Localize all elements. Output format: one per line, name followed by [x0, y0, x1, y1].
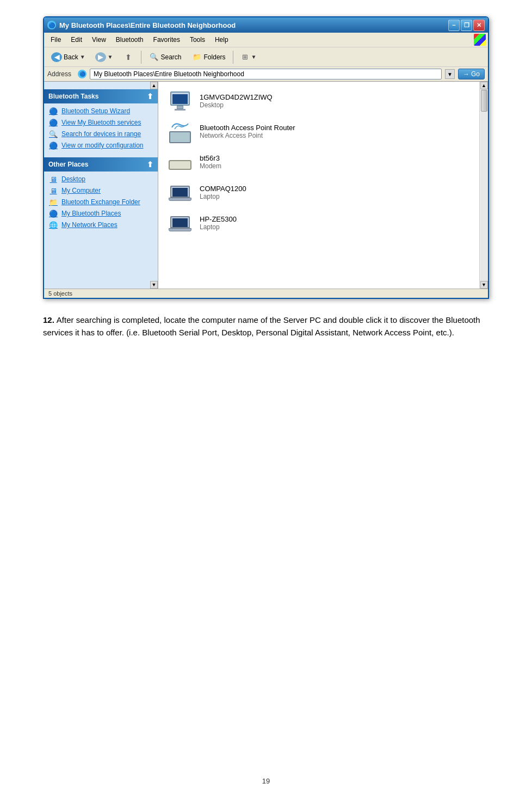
toolbar-separator-1 — [141, 51, 141, 64]
go-button[interactable]: → Go — [458, 69, 485, 79]
bt-exchange-icon: 📁 — [48, 198, 58, 206]
window-controls: − ❒ ✕ — [448, 20, 485, 31]
collapse-bt-icon[interactable]: ⬆ — [147, 92, 153, 101]
file-info-5: HP-ZE5300 Laptop — [200, 215, 237, 231]
back-label: Back — [64, 53, 78, 61]
menu-view[interactable]: View — [88, 35, 110, 45]
menu-edit[interactable]: Edit — [66, 35, 86, 45]
laptop-icon-2 — [167, 211, 193, 234]
sidebar-scroll-down[interactable]: ▼ — [150, 281, 158, 289]
sidebar-link-view-config[interactable]: 🔵 View or modify configuration — [48, 141, 153, 150]
search-devices-label: Search for devices in range — [61, 130, 141, 138]
forward-dropdown-icon[interactable]: ▼ — [108, 54, 113, 60]
sidebar-link-desktop[interactable]: 🖥 Desktop — [48, 175, 153, 183]
search-devices-icon: 🔍 — [48, 130, 58, 138]
file-name-3: bt56r3 — [200, 154, 221, 162]
menu-bluetooth[interactable]: Bluetooth — [112, 35, 148, 45]
close-button[interactable]: ✕ — [473, 20, 485, 31]
step-number: 12. — [43, 314, 54, 327]
body-text-content: After searching is completed, locate the… — [43, 315, 480, 337]
folders-icon: 📁 — [191, 52, 202, 62]
file-name-4: COMPAQ1200 — [200, 185, 246, 193]
other-places-section: Other Places ⬆ 🖥 Desktop 🖥 My Computer — [44, 157, 158, 232]
view-services-icon: 🔵 — [48, 118, 58, 127]
bluetooth-tasks-label: Bluetooth Tasks — [48, 93, 98, 100]
sidebar-link-setup-wizard[interactable]: 🔵 Bluetooth Setup Wizard — [48, 107, 153, 115]
other-places-label: Other Places — [48, 161, 88, 168]
main-scrollbar: ▲ ▼ — [479, 82, 488, 289]
views-dropdown-icon[interactable]: ▼ — [251, 54, 257, 60]
modem-icon — [167, 150, 193, 173]
body-text-paragraph: 12. After searching is completed, locate… — [43, 314, 489, 339]
restore-button[interactable]: ❒ — [461, 20, 472, 31]
view-config-icon: 🔵 — [48, 141, 58, 150]
menu-help[interactable]: Help — [211, 35, 233, 45]
search-label: Search — [161, 53, 182, 61]
file-name-1: 1GMVGD4D2W1ZIWQ — [200, 93, 273, 101]
sidebar-link-view-services[interactable]: 🔵 View My Bluetooth services — [48, 118, 153, 127]
title-bar-left: 🔵 My Bluetooth Places\Entire Bluetooth N… — [47, 21, 236, 29]
bluetooth-tasks-header[interactable]: Bluetooth Tasks ⬆ — [44, 89, 158, 103]
menu-tools[interactable]: Tools — [185, 35, 209, 45]
laptop-icon-1 — [167, 181, 193, 204]
file-info-4: COMPAQ1200 Laptop — [200, 185, 246, 200]
views-button[interactable]: ⊞ ▼ — [237, 49, 261, 65]
address-field[interactable]: My Bluetooth Places\Entire Bluetooth Nei… — [90, 69, 442, 79]
address-dropdown[interactable]: ▼ — [445, 69, 455, 79]
sidebar-link-network-places[interactable]: 🌐 My Network Places — [48, 221, 153, 229]
file-item-router[interactable]: Bluetooth Access Point Router Network Ac… — [163, 117, 475, 146]
sidebar-link-bt-exchange[interactable]: 📁 Bluetooth Exchange Folder — [48, 198, 153, 206]
file-item-desktop[interactable]: 1GMVGD4D2W1ZIWQ Desktop — [163, 86, 475, 115]
search-button[interactable]: 🔍 Search — [145, 50, 185, 64]
desktop-icon: 🖥 — [48, 175, 58, 183]
menu-file[interactable]: File — [46, 35, 65, 45]
window-title: My Bluetooth Places\Entire Bluetooth Nei… — [59, 21, 236, 29]
file-item-modem[interactable]: bt56r3 Modem — [163, 147, 475, 176]
router-icon — [167, 120, 193, 143]
sidebar-link-my-computer[interactable]: 🖥 My Computer — [48, 186, 153, 195]
bt-exchange-label: Bluetooth Exchange Folder — [61, 198, 140, 206]
folders-button[interactable]: 📁 Folders — [188, 50, 230, 64]
file-type-1: Desktop — [200, 101, 273, 109]
file-item-hp[interactable]: HP-ZE5300 Laptop — [163, 208, 475, 237]
scrollbar-thumb[interactable] — [481, 90, 487, 112]
file-name-2: Bluetooth Access Point Router — [200, 124, 295, 132]
back-icon: ◀ — [51, 52, 62, 62]
file-type-3: Modem — [200, 162, 221, 170]
search-icon: 🔍 — [149, 52, 159, 62]
up-button[interactable]: ⬆ — [119, 50, 138, 64]
menu-favorites[interactable]: Favorites — [149, 35, 184, 45]
file-info-1: 1GMVGD4D2W1ZIWQ Desktop — [200, 93, 273, 109]
view-config-label: View or modify configuration — [61, 142, 144, 149]
sidebar-scroll-up[interactable]: ▲ — [150, 82, 158, 89]
file-type-5: Laptop — [200, 223, 237, 231]
forward-button[interactable]: ▶ ▼ — [91, 50, 117, 64]
forward-icon: ▶ — [95, 52, 106, 62]
scrollbar-track[interactable] — [480, 89, 488, 281]
desktop-label: Desktop — [61, 175, 85, 183]
other-places-header[interactable]: Other Places ⬆ — [44, 157, 158, 172]
back-button[interactable]: ◀ Back ▼ — [47, 50, 89, 64]
my-computer-icon: 🖥 — [48, 186, 58, 195]
file-info-2: Bluetooth Access Point Router Network Ac… — [200, 124, 295, 139]
scrollbar-up-arrow[interactable]: ▲ — [480, 82, 488, 89]
sidebar-link-my-bt-places[interactable]: 🔵 My Bluetooth Places — [48, 209, 153, 218]
file-type-4: Laptop — [200, 193, 246, 200]
main-content: ▲ Bluetooth Tasks ⬆ 🔵 Bluetooth Setup Wi… — [44, 82, 488, 289]
bluetooth-tasks-links: 🔵 Bluetooth Setup Wizard 🔵 View My Bluet… — [44, 103, 158, 153]
scrollbar-down-arrow[interactable]: ▼ — [480, 281, 488, 289]
collapse-op-icon[interactable]: ⬆ — [147, 160, 153, 169]
views-icon: ⊞ — [240, 51, 250, 63]
explorer-window: 🔵 My Bluetooth Places\Entire Bluetooth N… — [43, 16, 489, 299]
file-item-compaq[interactable]: COMPAQ1200 Laptop — [163, 177, 475, 207]
address-icon: 🔵 — [78, 70, 86, 78]
bluetooth-tasks-section: Bluetooth Tasks ⬆ 🔵 Bluetooth Setup Wiza… — [44, 89, 158, 153]
address-label: Address — [47, 70, 75, 78]
toolbar: ◀ Back ▼ ▶ ▼ ⬆ 🔍 Search 📁 Folders — [44, 47, 488, 67]
folders-label: Folders — [204, 53, 226, 61]
menu-bar: File Edit View Bluetooth Favorites Tools… — [44, 33, 488, 47]
minimize-button[interactable]: − — [448, 20, 460, 31]
back-dropdown-icon[interactable]: ▼ — [80, 54, 85, 60]
sidebar-link-search-devices[interactable]: 🔍 Search for devices in range — [48, 130, 153, 138]
up-icon: ⬆ — [123, 52, 134, 62]
